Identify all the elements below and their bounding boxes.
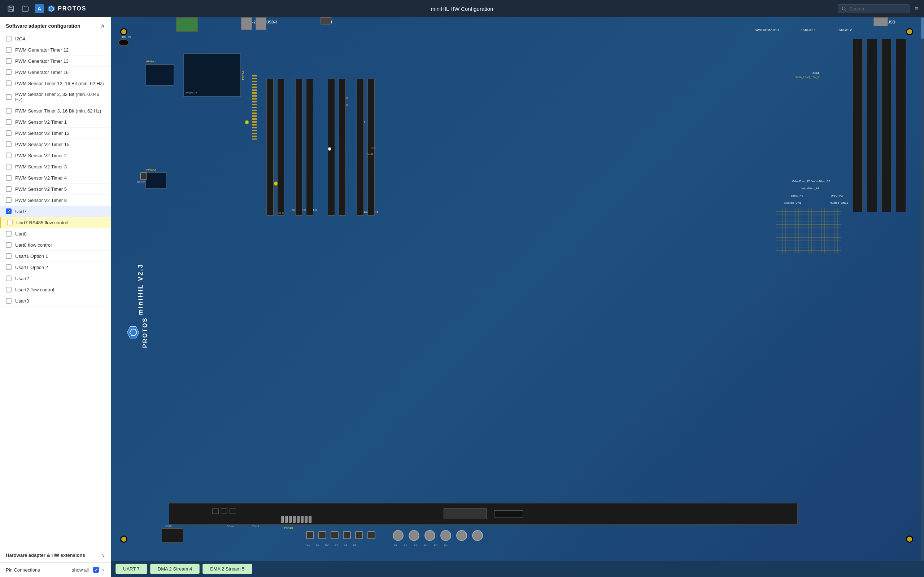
- checkbox-pwm-sen-12-16[interactable]: [6, 81, 11, 86]
- list-item-pwm-gen-12[interactable]: PWM Generator Timer 12: [0, 44, 111, 56]
- checkbox-pwm-v2-t15[interactable]: [6, 141, 11, 147]
- checkbox-pwm-gen-16[interactable]: [6, 69, 11, 75]
- item-label-usart1-opt1: Usart1 Option 1: [15, 253, 48, 259]
- list-item-pwm-v2-t15[interactable]: PWM Sensor V2 Timer 15: [0, 139, 111, 150]
- list-item-pwm-v2-t8[interactable]: PWM Sensor V2 Timer 8: [0, 195, 111, 206]
- list-item-pwm-v2-t2[interactable]: PWM Sensor V2 Timer 2: [0, 150, 111, 161]
- list-item-pwm-gen-16[interactable]: PWM Generator Timer 16: [0, 67, 111, 78]
- search-input[interactable]: [849, 6, 906, 11]
- hw-extensions-header[interactable]: Hardware adapter & HW extensions ∨: [0, 548, 111, 562]
- main-chip: STM32H7: [183, 53, 241, 97]
- checkbox-pwm-gen-12[interactable]: [6, 47, 11, 53]
- show-all-label: show all: [72, 567, 89, 573]
- topbar-left: A PROTOS: [6, 3, 86, 14]
- item-label-pwm-v2-t15: PWM Sensor V2 Timer 15: [15, 142, 69, 147]
- item-label-i2c4: I2C4: [15, 36, 25, 42]
- item-label-usart1-opt2: Usart1 Option 2: [15, 265, 48, 270]
- p5-label: P5: [434, 544, 438, 547]
- checkbox-i2c4[interactable]: [6, 36, 11, 42]
- btn-s3: [331, 531, 339, 539]
- list-item-uart7[interactable]: Uart7: [0, 206, 111, 217]
- checkbox-uart8[interactable]: [6, 231, 11, 237]
- p2-label: P2: [404, 544, 407, 547]
- list-item-pwm-sen-12-16[interactable]: PWM Sensor Timer 12, 16 Bit (min. 62 Hz): [0, 78, 111, 89]
- list-item-pwm-v2-t4[interactable]: PWM Sensor V2 Timer 4: [0, 172, 111, 184]
- checkbox-pwm-v2-t8[interactable]: [6, 197, 11, 203]
- svg-point-3: [842, 7, 845, 10]
- search-box[interactable]: [838, 4, 910, 13]
- list-item-uart8[interactable]: Uart8: [0, 228, 111, 239]
- list-item-usart1-opt2[interactable]: Usart1 Option 2: [0, 262, 111, 273]
- ubat-label: UBAT: [811, 71, 819, 75]
- checkbox-pwm-sen-3-16[interactable]: [6, 108, 11, 114]
- list-item-i2c4[interactable]: I2C4: [0, 33, 111, 44]
- menu-icon[interactable]: ≡: [914, 5, 918, 13]
- checkbox-pwm-sen-2-32[interactable]: [6, 94, 11, 100]
- list-item-pwm-v2-t12[interactable]: PWM Sensor V2 Timer 12: [0, 128, 111, 139]
- checkbox-pwm-v2-t1[interactable]: [6, 119, 11, 125]
- mount-hole-bl: [120, 535, 128, 543]
- checkbox-pwm-v2-t5[interactable]: [6, 186, 11, 192]
- logo: A PROTOS: [35, 4, 86, 13]
- led-3: [289, 516, 292, 523]
- show-all-checkbox[interactable]: [93, 567, 99, 573]
- checkbox-uart8-flow[interactable]: [6, 242, 11, 248]
- con3-label: CON3: [252, 525, 259, 528]
- list-item-uart7-rs485[interactable]: Uart7 RS485 flow control: [0, 217, 111, 228]
- checkbox-pwm-v2-t2[interactable]: [6, 153, 11, 158]
- list-item-pwm-v2-t5[interactable]: PWM Sensor V2 Timer 5: [0, 184, 111, 195]
- checkbox-usart1-opt2[interactable]: [6, 264, 11, 270]
- item-label-uart8-flow: Uart8 flow control: [15, 242, 52, 248]
- pots-row: [393, 530, 483, 541]
- checkbox-pwm-gen-13[interactable]: [6, 58, 11, 64]
- list-item-pwm-v2-t3[interactable]: PWM Sensor V2 Timer 3: [0, 161, 111, 172]
- list-item-usart2[interactable]: Usart2: [0, 273, 111, 284]
- item-label-pwm-v2-t3: PWM Sensor V2 Timer 3: [15, 164, 67, 169]
- checkbox-uart7-rs485[interactable]: [7, 220, 13, 226]
- folder-icon[interactable]: [20, 3, 30, 14]
- hw-extensions-section: Hardware adapter & HW extensions ∨: [0, 548, 111, 562]
- checkbox-usart1-opt1[interactable]: [6, 253, 11, 259]
- board-scrollbar[interactable]: [921, 17, 924, 561]
- checkbox-pwm-v2-t3[interactable]: [6, 164, 11, 169]
- list-item-pwm-sen-3-16[interactable]: PWM Sensor Timer 3, 16 Bit (min. 62 Hz): [0, 105, 111, 116]
- p1-label: P1: [394, 544, 397, 547]
- checkbox-usart3[interactable]: [6, 298, 11, 304]
- led-7: [305, 516, 307, 523]
- sidebar-header: Software adapter configuration ∧: [0, 17, 111, 33]
- checkbox-usart2[interactable]: [6, 276, 11, 281]
- s5-label: S5: [344, 543, 347, 546]
- list-item-usart1-opt1[interactable]: Usart1 Option 1: [0, 251, 111, 262]
- list-item-usart3[interactable]: Usart3: [0, 295, 111, 306]
- nucleo-cn2-label: Nucleo_CN12: [829, 201, 848, 205]
- dcin-label: DC_IN: [122, 35, 131, 39]
- collapse-button[interactable]: ∧: [101, 23, 105, 29]
- scrollbar-thumb[interactable]: [921, 17, 924, 39]
- list-item-usart2-flow[interactable]: Usart2 flow control: [0, 284, 111, 295]
- list-item-pwm-sen-2-32[interactable]: PWM Sensor Timer 2, 32 Bit (min. 0.046 H…: [0, 89, 111, 105]
- port-pi-label: PORT-1: [242, 71, 244, 80]
- checkbox-uart7[interactable]: [6, 208, 11, 214]
- item-label-uart7: Uart7: [15, 209, 27, 214]
- checkbox-pwm-v2-t12[interactable]: [6, 130, 11, 136]
- ftdi-connector: [874, 17, 888, 26]
- list-item-pwm-v2-t1[interactable]: PWM Sensor V2 Timer 1: [0, 116, 111, 128]
- led-4: [293, 516, 296, 523]
- hw-extensions-label: Hardware adapter & HW extensions: [6, 553, 85, 558]
- con6-label: CON6: [165, 525, 172, 528]
- hw-chevron-icon[interactable]: ∨: [102, 553, 105, 558]
- led-8: [309, 516, 312, 523]
- pin-connections-chevron-icon[interactable]: ∨: [102, 567, 105, 572]
- usb3-connector: [255, 17, 267, 30]
- btn-s2: [318, 531, 326, 539]
- save-icon[interactable]: [6, 3, 16, 14]
- list-item-pwm-gen-13[interactable]: PWM Generator Timer 13: [0, 56, 111, 67]
- pin-connections-label: Pin Connections: [6, 567, 69, 573]
- search-icon: [842, 6, 846, 11]
- list-item-uart8-flow[interactable]: Uart8 flow control: [0, 239, 111, 251]
- sidebar-title: Software adapter configuration: [6, 23, 81, 29]
- component-labels-bar: UART 7DMA 2 Stream 4DMA 2 Stream 5: [111, 561, 924, 577]
- reset-btn: [140, 172, 147, 180]
- checkbox-pwm-v2-t4[interactable]: [6, 175, 11, 181]
- checkbox-usart2-flow[interactable]: [6, 287, 11, 292]
